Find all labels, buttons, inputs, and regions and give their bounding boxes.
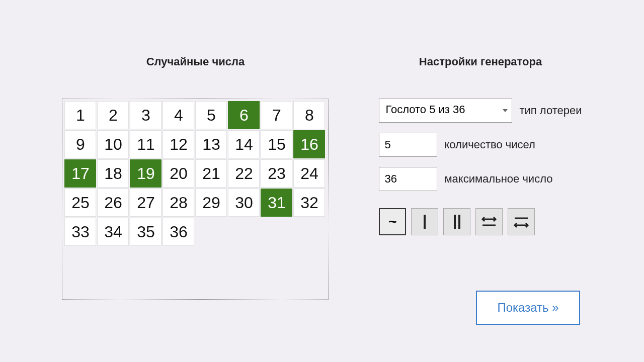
number-cell-22[interactable]: 22 <box>228 159 260 188</box>
lottery-label: тип лотереи <box>519 104 582 117</box>
number-cell-5[interactable]: 5 <box>195 101 227 129</box>
number-cell-34[interactable]: 34 <box>97 218 129 246</box>
number-cell-2[interactable]: 2 <box>97 101 129 129</box>
number-cell-23[interactable]: 23 <box>261 159 292 188</box>
arrow-over-line-icon <box>480 214 498 229</box>
number-cell-27[interactable]: 27 <box>130 189 162 217</box>
number-cell-10[interactable]: 10 <box>97 130 129 158</box>
lottery-selected-value: Гослото 5 из 36 <box>385 103 465 116</box>
mode-button-double-bar[interactable] <box>443 208 470 235</box>
number-cell-17[interactable]: 17 <box>64 159 96 188</box>
number-cell-29[interactable]: 29 <box>195 189 227 217</box>
number-cell-36[interactable]: 36 <box>163 218 194 246</box>
number-cell-13[interactable]: 13 <box>195 130 227 158</box>
lottery-type-select[interactable]: Гослото 5 из 36 <box>379 99 512 123</box>
number-cell-18[interactable]: 18 <box>97 159 129 188</box>
mode-buttons: ~ <box>379 208 535 235</box>
number-cell-6[interactable]: 6 <box>228 101 260 129</box>
number-cell-28[interactable]: 28 <box>163 189 194 217</box>
number-cell-20[interactable]: 20 <box>163 159 194 188</box>
single-bar-icon <box>424 215 426 229</box>
generator-settings-panel: Настройки генератора Гослото 5 из 36 тип… <box>379 55 582 362</box>
number-cell-21[interactable]: 21 <box>195 159 227 188</box>
right-title: Настройки генератора <box>419 55 542 68</box>
number-cell-8[interactable]: 8 <box>293 101 325 129</box>
number-cell-35[interactable]: 35 <box>130 218 162 246</box>
line-over-arrow-icon <box>513 214 530 229</box>
random-numbers-panel: Случайные числа 123456789101112131415161… <box>62 55 329 362</box>
number-cell-32[interactable]: 32 <box>293 189 325 217</box>
number-cell-30[interactable]: 30 <box>228 189 260 217</box>
mode-button-line-over-arrow[interactable] <box>508 208 535 235</box>
submit-button[interactable]: Показать » <box>476 291 580 325</box>
number-cell-1[interactable]: 1 <box>64 101 96 129</box>
mode-button-single-bar[interactable] <box>411 208 438 235</box>
number-cell-7[interactable]: 7 <box>261 101 292 129</box>
number-cell-25[interactable]: 25 <box>64 189 96 217</box>
number-cell-14[interactable]: 14 <box>228 130 260 158</box>
max-input[interactable] <box>379 167 437 191</box>
count-input[interactable] <box>379 133 437 157</box>
number-cell-19[interactable]: 19 <box>130 159 162 188</box>
number-cell-33[interactable]: 33 <box>64 218 96 246</box>
number-cell-9[interactable]: 9 <box>64 130 96 158</box>
number-grid: 1234567891011121314151617181920212223242… <box>62 99 329 300</box>
number-cell-4[interactable]: 4 <box>163 101 194 129</box>
max-label: максимальное число <box>444 172 552 186</box>
mode-button-arrow-over-line[interactable] <box>475 208 503 235</box>
number-cell-31[interactable]: 31 <box>261 189 292 217</box>
number-cell-24[interactable]: 24 <box>293 159 325 188</box>
number-cell-12[interactable]: 12 <box>163 130 194 158</box>
mode-button-tilde[interactable]: ~ <box>379 208 406 235</box>
count-label: количество чисел <box>444 138 535 151</box>
double-bar-icon <box>454 215 460 229</box>
tilde-icon: ~ <box>388 214 396 230</box>
number-cell-11[interactable]: 11 <box>130 130 162 158</box>
left-title: Случайные числа <box>146 55 245 68</box>
number-cell-3[interactable]: 3 <box>130 101 162 129</box>
number-cell-15[interactable]: 15 <box>261 130 292 158</box>
number-cell-26[interactable]: 26 <box>97 189 129 217</box>
number-cell-16[interactable]: 16 <box>293 130 325 158</box>
